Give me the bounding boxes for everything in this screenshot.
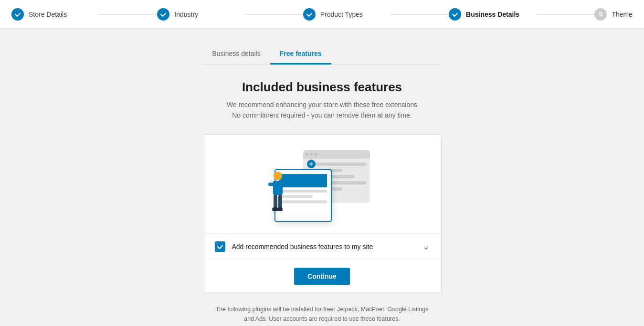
- card-checkbox-row: Add recommended business features to my …: [203, 233, 441, 260]
- tabs-container: Business details Free features: [203, 44, 442, 65]
- illustration-wrap: +: [274, 150, 370, 222]
- step-check-icon-product-types: [303, 8, 316, 21]
- card-illustration: +: [203, 135, 441, 233]
- step-product-types[interactable]: Product Types: [303, 8, 449, 21]
- svg-point-0: [274, 172, 282, 180]
- tab-free-features[interactable]: Free features: [270, 44, 331, 65]
- tab-business-details[interactable]: Business details: [203, 44, 270, 65]
- feature-card: +: [203, 134, 442, 293]
- page-heading: Included business features We recommend …: [227, 80, 417, 121]
- person-figure: [266, 167, 290, 222]
- svg-rect-2: [282, 182, 290, 185]
- svg-rect-4: [268, 183, 274, 186]
- footer-note-line2: and Ads. User accounts are required to u…: [244, 315, 400, 322]
- card-footer: Continue: [203, 260, 441, 293]
- page-subtext-line1: We recommend enhancing your store with t…: [227, 99, 417, 110]
- browser-dot-3: [315, 153, 317, 155]
- browser-dot-2: [310, 153, 313, 155]
- step-label-store-details: Store Details: [29, 11, 67, 18]
- step-store-details[interactable]: Store Details: [11, 8, 157, 21]
- step-label-industry: Industry: [174, 11, 198, 18]
- footer-note-line1: The following plugins will be installed …: [215, 306, 428, 313]
- page-subtext-line2: No commitment required - you can remove …: [227, 110, 417, 120]
- step-number-badge-theme: 5: [594, 8, 607, 21]
- plus-badge-icon: +: [307, 160, 316, 168]
- main-content: Business details Free features Included …: [0, 29, 644, 326]
- svg-rect-1: [273, 181, 283, 195]
- step-label-theme: Theme: [612, 11, 633, 18]
- svg-rect-5: [274, 195, 277, 209]
- step-theme[interactable]: 5 Theme: [594, 8, 633, 21]
- chevron-down-icon[interactable]: ⌄: [422, 241, 430, 252]
- browser-titlebar: [303, 150, 370, 159]
- svg-rect-8: [277, 207, 283, 211]
- add-features-checkbox[interactable]: [215, 241, 225, 252]
- step-check-icon-business-details: [449, 8, 461, 21]
- continue-button[interactable]: Continue: [294, 268, 350, 285]
- page-title: Included business features: [227, 80, 417, 95]
- step-label-product-types: Product Types: [320, 11, 363, 18]
- step-label-business-details: Business Details: [466, 11, 519, 18]
- checkbox-label: Add recommended business features to my …: [232, 243, 416, 250]
- browser-dot-1: [306, 153, 308, 155]
- step-industry[interactable]: Industry: [157, 8, 303, 21]
- step-business-details[interactable]: Business Details: [449, 8, 594, 21]
- footer-note: The following plugins will be installed …: [215, 304, 428, 324]
- step-check-icon-store-details: [11, 8, 24, 21]
- stepper-bar: Store Details Industry Product Types Bus…: [0, 0, 644, 29]
- svg-rect-6: [278, 195, 282, 209]
- step-check-icon-industry: [157, 8, 169, 21]
- browser-line-1: [307, 163, 366, 166]
